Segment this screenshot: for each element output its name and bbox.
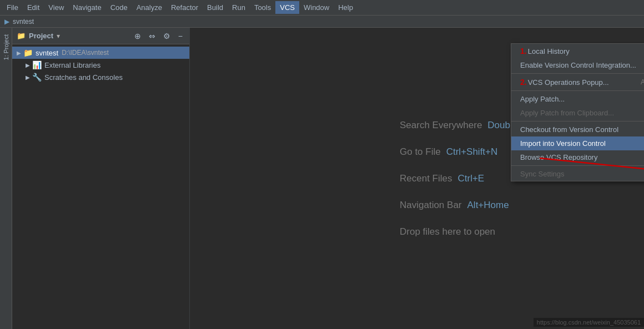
separator-1 <box>511 73 644 74</box>
separator-3 <box>511 121 644 122</box>
side-strip: 1: Project <box>0 28 12 329</box>
menu-refactor[interactable]: Refactor <box>167 1 203 14</box>
tree-item-ext-libs[interactable]: ▶ 📊 External Libraries <box>12 59 189 71</box>
tree-arrow-ext-libs: ▶ <box>26 62 30 68</box>
folder-icon-svntest: 📁 <box>23 48 33 57</box>
menu-code[interactable]: Code <box>106 1 132 14</box>
content-area: Search Everywhere Double Shift Go to Fil… <box>190 28 644 329</box>
tree-path-svntest: D:\IDEA\svntest <box>62 49 109 57</box>
menu-enable-vci[interactable]: Enable Version Control Integration... <box>511 58 644 72</box>
shortcut-label-recentfiles: Recent Files <box>400 173 452 184</box>
shortcut-key-recentfiles: Ctrl+E <box>457 173 484 184</box>
titlebar: ▶ svntest <box>0 16 644 28</box>
shortcut-key-navbar: Alt+Home <box>467 200 509 211</box>
menu-apply-patch[interactable]: Apply Patch... <box>511 92 644 106</box>
menu-tools[interactable]: Tools <box>250 1 275 14</box>
menu-sync-settings: Sync Settings <box>511 167 644 181</box>
menu-build[interactable]: Build <box>203 1 228 14</box>
num-1: 1. <box>520 47 527 55</box>
sync-settings-label: Sync Settings <box>520 170 565 178</box>
vcs-popup-label: VCS Operations Popup... <box>528 78 609 87</box>
menu-run[interactable]: Run <box>228 1 250 14</box>
watermark: https://blog.csdn.net/weixin_45035061 <box>534 318 644 327</box>
menu-help[interactable]: Help <box>334 1 358 14</box>
separator-2 <box>511 90 644 91</box>
tree-label-scratches: Scratches and Consoles <box>44 73 123 82</box>
app-title: svntest <box>13 18 34 26</box>
locate-icon[interactable]: ⊕ <box>132 31 143 42</box>
shortcut-row-navbar: Navigation Bar Alt+Home <box>400 200 611 211</box>
vcs-popup-shortcut: Alt+` <box>641 78 644 86</box>
menu-edit[interactable]: Edit <box>23 1 44 14</box>
folder-icon: 📁 <box>17 32 26 40</box>
menu-view[interactable]: View <box>44 1 68 14</box>
shortcut-key-gotofile: Ctrl+Shift+N <box>446 146 498 158</box>
shortcut-label-gotofile: Go to File <box>400 146 441 158</box>
project-toolbar: 📁 Project ▾ ⊕ ⇔ ⚙ − <box>12 28 189 44</box>
enable-vci-label: Enable Version Control Integration... <box>520 61 636 69</box>
separator-4 <box>511 165 644 166</box>
lib-icon: 📊 <box>32 60 42 69</box>
num-2: 2. <box>520 78 527 87</box>
project-title: Project <box>29 32 53 40</box>
minimize-icon[interactable]: − <box>176 31 185 42</box>
menu-checkout[interactable]: Checkout from Version Control ▶ <box>511 123 644 136</box>
tree-label-svntest: svntest <box>36 49 58 57</box>
app-icon: ▶ <box>4 18 9 26</box>
apply-patch-label: Apply Patch... <box>520 95 565 103</box>
menu-local-history[interactable]: 1.Local History ▶ <box>511 44 644 58</box>
menu-vcs[interactable]: VCS <box>275 1 299 14</box>
menu-window[interactable]: Window <box>299 1 334 14</box>
tree-arrow-svntest: ▶ <box>17 50 21 56</box>
collapse-icon[interactable]: ⇔ <box>147 31 158 42</box>
main-layout: 1: Project 📁 Project ▾ ⊕ ⇔ ⚙ − ▶ 📁 svnte… <box>0 28 644 329</box>
project-panel: 📁 Project ▾ ⊕ ⇔ ⚙ − ▶ 📁 svntest D:\IDEA\… <box>12 28 190 329</box>
menubar: File Edit View Navigate Code Analyze Ref… <box>0 0 644 16</box>
menu-analyze[interactable]: Analyze <box>132 1 167 14</box>
menu-file[interactable]: File <box>2 1 23 14</box>
tree-arrow-scratches: ▶ <box>26 74 30 80</box>
shortcut-label-navbar: Navigation Bar <box>400 200 462 211</box>
menu-apply-patch-clipboard: Apply Patch from Clipboard... <box>511 106 644 120</box>
menu-browse-vcs[interactable]: Browse VCS Repository ▶ <box>511 150 644 164</box>
tree-item-scratches[interactable]: ▶ 🔧 Scratches and Consoles <box>12 71 189 83</box>
apply-patch-clipboard-label: Apply Patch from Clipboard... <box>520 109 614 117</box>
import-vc-label: Import into Version Control <box>520 139 606 148</box>
scratch-icon: 🔧 <box>32 73 42 82</box>
settings-icon[interactable]: ⚙ <box>161 31 173 42</box>
shortcut-label-search: Search Everywhere <box>400 120 482 131</box>
menu-navigate[interactable]: Navigate <box>68 1 105 14</box>
tree-item-svntest[interactable]: ▶ 📁 svntest D:\IDEA\svntest <box>12 47 189 59</box>
local-history-label: Local History <box>528 47 570 55</box>
shortcut-row-drop: Drop files here to open <box>400 226 611 237</box>
side-strip-label: 1: Project <box>3 34 9 60</box>
menu-vcs-operations-popup[interactable]: 2.VCS Operations Popup... Alt+` <box>511 75 644 89</box>
checkout-label: Checkout from Version Control <box>520 125 618 134</box>
tree-label-ext-libs: External Libraries <box>44 61 100 69</box>
drop-text: Drop files here to open <box>400 226 495 237</box>
project-tree: ▶ 📁 svntest D:\IDEA\svntest ▶ 📊 External… <box>12 44 189 85</box>
browse-vcs-label: Browse VCS Repository <box>520 153 597 161</box>
menu-import-vc[interactable]: Import into Version Control ▶ <box>511 136 644 150</box>
vcs-dropdown-menu: 1.Local History ▶ Enable Version Control… <box>511 43 644 181</box>
